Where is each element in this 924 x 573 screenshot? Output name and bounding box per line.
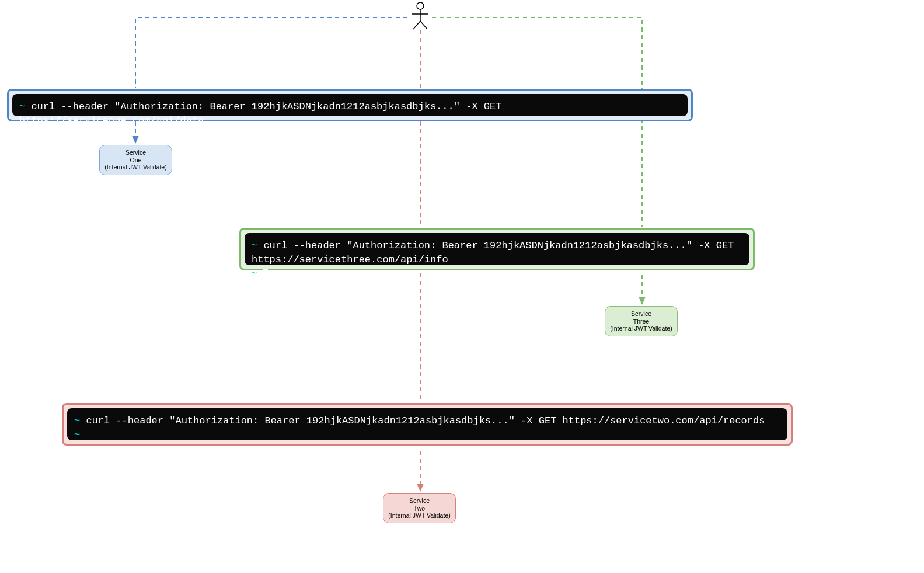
service-label: Service (610, 310, 672, 318)
service-label: (Internal JWT Validate) (388, 512, 451, 519)
service-label: (Internal JWT Validate) (610, 325, 672, 332)
service-label: (Internal JWT Validate) (104, 164, 167, 171)
connector-lines (0, 0, 924, 573)
service-three-box: Service Three (Internal JWT Validate) (605, 306, 678, 336)
terminal-prompt: ~ (74, 429, 80, 440)
service-label: Two (388, 505, 451, 512)
terminal-command: curl --header "Authorization: Bearer 192… (252, 240, 734, 265)
service-label: Service (104, 149, 167, 157)
svg-line-4 (420, 21, 427, 29)
svg-point-0 (417, 2, 424, 9)
terminal-three-box: ~ curl --header "Authorization: Bearer 1… (239, 228, 755, 270)
terminal-three: ~ curl --header "Authorization: Bearer 1… (245, 233, 749, 265)
terminal-prompt: ~ (19, 101, 25, 112)
diagram-canvas: ~ curl --header "Authorization: Bearer 1… (0, 0, 924, 573)
terminal-prompt: ~ (252, 240, 257, 251)
actor-icon (409, 1, 432, 30)
service-one-box: Service One (Internal JWT Validate) (99, 145, 172, 175)
terminal-prompt: ~ (252, 268, 257, 279)
terminal-two: ~ curl --header "Authorization: Bearer 1… (67, 408, 787, 440)
terminal-command: curl --header "Authorization: Bearer 192… (19, 101, 501, 126)
terminal-command: curl --header "Authorization: Bearer 192… (86, 415, 765, 426)
service-label: Three (610, 318, 672, 325)
terminal-prompt: ~ (74, 415, 80, 426)
terminal-one: ~ curl --header "Authorization: Bearer 1… (12, 94, 688, 116)
service-label: Service (388, 497, 451, 505)
cursor-block (263, 269, 268, 278)
line-actor-to-terminal3 (432, 18, 642, 227)
terminal-two-box: ~ curl --header "Authorization: Bearer 1… (62, 403, 793, 446)
svg-line-3 (413, 21, 420, 29)
service-label: One (104, 157, 167, 164)
terminal-one-box: ~ curl --header "Authorization: Bearer 1… (7, 89, 693, 121)
line-actor-to-terminal1 (135, 18, 407, 88)
service-two-box: Service Two (Internal JWT Validate) (383, 493, 456, 523)
